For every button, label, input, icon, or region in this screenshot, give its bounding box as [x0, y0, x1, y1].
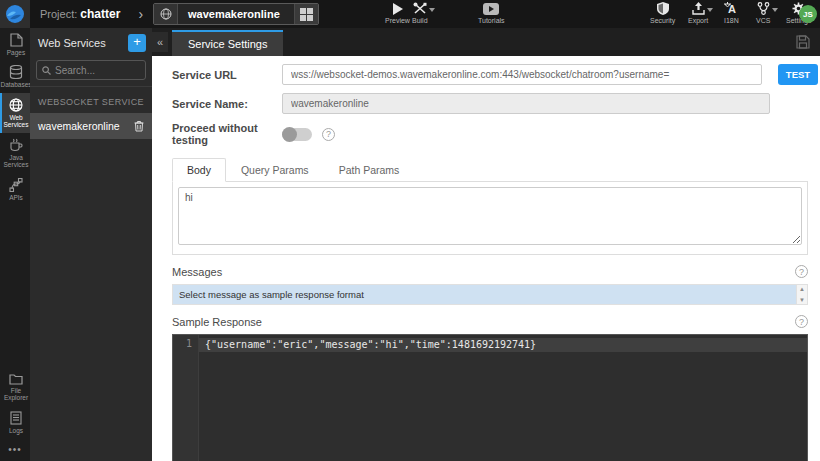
workspace-tabbar: « Service Settings: [152, 28, 820, 56]
open-service-tab-label: wavemakeronline: [178, 8, 294, 20]
save-icon[interactable]: [796, 35, 810, 49]
service-list-item[interactable]: wavemakeronline: [30, 113, 152, 139]
messages-label: Messages: [172, 266, 785, 278]
breadcrumb-chevron-icon: ›: [138, 6, 143, 22]
database-icon: [9, 65, 23, 79]
export-caret-icon: [707, 8, 713, 12]
sidebar-item-logs[interactable]: Logs: [0, 406, 30, 438]
vcs-caret-icon: [772, 8, 778, 12]
scroll-up-icon[interactable]: ▲: [799, 286, 805, 292]
sidebar-item-file-explorer[interactable]: File Explorer: [0, 368, 30, 406]
export-icon: [692, 2, 705, 15]
proceed-without-testing-label: Proceed without testing: [172, 122, 282, 146]
globe-icon: [154, 4, 178, 24]
messages-scrollbar[interactable]: ▲▼: [796, 285, 807, 304]
tutorials-video-icon: [483, 2, 499, 15]
page-icon: [10, 33, 23, 47]
sample-response-help-icon[interactable]: ?: [795, 315, 808, 328]
globe-icon: [9, 98, 23, 112]
trash-icon[interactable]: [134, 120, 144, 132]
messages-selected-option[interactable]: Select message as sample response format: [173, 285, 796, 304]
panel-title: Web Services: [38, 37, 128, 49]
service-url-input[interactable]: [282, 64, 762, 85]
tab-body[interactable]: Body: [172, 158, 226, 182]
project-name: chatter: [80, 7, 120, 21]
shield-icon: [657, 2, 669, 15]
export-button[interactable]: Export: [688, 2, 708, 24]
service-name-input: [282, 93, 770, 114]
editor-gutter: 1: [173, 335, 199, 461]
project-label: Project: chatter: [40, 7, 120, 21]
sidebar-item-pages[interactable]: Pages: [0, 28, 30, 60]
coffee-cup-icon: [9, 138, 23, 152]
log-file-icon: [10, 411, 22, 425]
sample-response-editor[interactable]: 1 {"username":"eric","message":"hi","tim…: [172, 334, 808, 461]
vcs-button[interactable]: VCS: [756, 2, 770, 24]
tab-service-settings[interactable]: Service Settings: [172, 30, 283, 56]
proceed-help-icon[interactable]: ?: [322, 128, 335, 141]
branch-icon: [757, 2, 770, 15]
add-service-button[interactable]: +: [128, 34, 146, 52]
body-tab-panel: hi: [172, 182, 808, 255]
tab-query-params[interactable]: Query Params: [226, 158, 324, 182]
build-caret-icon: [429, 8, 435, 12]
editor-code-line[interactable]: {"username":"eric","message":"hi","time"…: [199, 338, 807, 352]
websocket-service-section-header: WEBSOCKET SERVICE: [30, 86, 152, 113]
web-services-panel: Web Services + WEBSOCKET SERVICE wavemak…: [30, 28, 152, 461]
scroll-down-icon[interactable]: ▼: [799, 297, 805, 303]
sidebar-item-java-services[interactable]: Java Services: [0, 133, 30, 173]
tutorials-button[interactable]: Tutorials: [478, 2, 505, 24]
rail-spacer: [0, 205, 30, 367]
service-url-label: Service URL: [172, 69, 282, 81]
sample-response-label: Sample Response: [172, 316, 785, 328]
test-button[interactable]: TEST: [778, 64, 818, 85]
body-message-textarea[interactable]: hi: [178, 187, 802, 245]
left-rail: Pages Databases Web Services Java Servic…: [0, 28, 30, 461]
sidebar-item-web-services[interactable]: Web Services: [0, 93, 30, 133]
preview-button[interactable]: Preview: [385, 2, 410, 24]
rail-more-button[interactable]: •••: [0, 438, 30, 461]
service-name-label: Service Name:: [172, 98, 282, 110]
user-avatar[interactable]: JS: [799, 5, 817, 23]
translate-icon: A: [724, 2, 738, 15]
tab-path-params[interactable]: Path Params: [324, 158, 415, 182]
switch-view-grid-icon[interactable]: [294, 4, 318, 24]
search-icon: [42, 66, 51, 75]
open-service-tab[interactable]: wavemakeronline: [153, 3, 319, 25]
play-icon: [392, 2, 403, 15]
workspace: « Service Settings Service URL TEST Serv…: [152, 28, 820, 461]
topbar: Project: chatter › wavemakeronline Previ…: [0, 0, 820, 28]
collapse-panel-button[interactable]: «: [152, 32, 168, 52]
wavemaker-logo-icon: [5, 4, 25, 24]
api-nodes-icon: [9, 178, 23, 192]
service-settings-form: Service URL TEST Service Name: Proceed w…: [152, 56, 820, 461]
param-tabs: Body Query Params Path Params: [172, 158, 808, 182]
security-button[interactable]: Security: [650, 2, 675, 24]
messages-listbox[interactable]: Select message as sample response format…: [172, 284, 808, 305]
service-name-label: wavemakeronline: [38, 120, 134, 132]
sidebar-item-apis[interactable]: APIs: [0, 173, 30, 205]
folder-icon: [9, 373, 23, 385]
i18n-button[interactable]: A I18N: [724, 2, 739, 24]
build-tools-icon: [413, 2, 427, 15]
sidebar-item-databases[interactable]: Databases: [0, 60, 30, 92]
wavemaker-logo[interactable]: [0, 0, 30, 28]
build-button[interactable]: Build: [412, 2, 428, 24]
messages-help-icon[interactable]: ?: [795, 265, 808, 278]
service-search[interactable]: [36, 60, 146, 80]
proceed-without-testing-toggle[interactable]: [282, 128, 312, 141]
search-input[interactable]: [55, 65, 135, 76]
